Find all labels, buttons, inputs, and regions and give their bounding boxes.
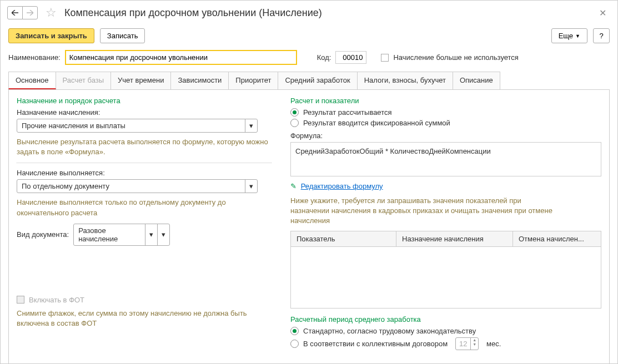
group-period: Расчетный период среднего заработка [290,315,601,323]
chevron-down-icon[interactable]: ▾ [245,119,257,132]
tab-priority[interactable]: Приоритет [228,72,278,89]
code-label: Код: [317,53,331,62]
formula-label: Формула: [290,132,601,140]
radio-calculated[interactable] [290,108,299,117]
name-input[interactable] [65,50,297,65]
th-cancel: Отмена начислен... [513,231,601,246]
name-row: Наименование: Код: Начисление больше не … [1,47,617,68]
left-column: Назначение и порядок расчета Назначение … [17,97,272,352]
spin-up-icon: ▲ [471,338,478,342]
group-purpose: Назначение и порядок расчета [17,97,272,105]
doc-label: Вид документа: [17,230,69,239]
right-column: Расчет и показатели Результат рассчитыва… [290,97,601,352]
tab-deps[interactable]: Зависимости [170,72,229,89]
indicators-hint: Ниже укажите, требуется ли запрашивать з… [290,196,557,226]
radio-collective-label: В соответствии с коллективным договором [303,340,448,348]
back-button[interactable] [7,6,23,19]
indicators-table: Показатель Назначение начисления Отмена … [290,231,601,309]
chevron-down-icon[interactable]: ▾ [245,180,257,193]
edit-formula-link[interactable]: Редактировать формулу [301,182,383,190]
help-button[interactable]: ? [593,28,610,43]
tab-base[interactable]: Расчет базы [56,72,112,89]
toolbar: Записать и закрыть Записать Еще ▼ ? [1,25,617,47]
close-icon[interactable]: ✕ [595,6,611,21]
divider [17,163,272,163]
doc-select[interactable]: Разовое начисление ▾ ▾ [73,224,170,246]
radio-calc-label: Результат рассчитывается [303,108,392,117]
purpose-hint: Вычисление результата расчета выполняетс… [17,137,272,157]
tab-main[interactable]: Основное [8,72,56,89]
group-calc: Расчет и показатели [290,97,601,105]
more-button[interactable]: Еще ▼ [551,28,587,43]
radio-collective[interactable] [290,340,299,348]
tab-time[interactable]: Учет времени [110,72,171,89]
radio-fixed[interactable] [290,119,299,127]
purpose-label: Назначение начисления: [17,108,272,117]
clear-icon[interactable]: ▾ [157,224,169,245]
th-indicator: Показатель [291,231,396,246]
months-spinner: 12 ▲ ▼ [455,337,479,350]
tab-body: Назначение и порядок расчета Назначение … [8,90,610,364]
spin-down-icon: ▼ [471,342,478,347]
chevron-down-icon: ▼ [575,33,580,39]
window: ☆ Компенсация при досрочном увольнении (… [0,0,618,364]
write-close-button[interactable]: Записать и закрыть [8,28,94,43]
formula-box: СреднийЗаработокОбщий * КоличествоДнейКо… [290,142,601,176]
forward-button[interactable] [22,6,38,19]
fot-checkbox [17,296,24,304]
radio-standard-label: Стандартно, согласно трудовому законодат… [303,327,476,335]
purpose-select[interactable]: Прочие начисления и выплаты ▾ [17,119,258,133]
titlebar: ☆ Компенсация при досрочном увольнении (… [1,1,617,25]
radio-standard[interactable] [290,327,299,335]
exec-label: Начисление выполняется: [17,169,272,177]
th-assign: Назначение начисления [396,231,513,246]
not-used-label: Начисление больше не используется [393,53,518,62]
exec-select[interactable]: По отдельному документу ▾ [17,179,258,193]
favorite-icon[interactable]: ☆ [46,6,57,20]
not-used-checkbox[interactable] [381,54,389,62]
tab-tax[interactable]: Налоги, взносы, бухучет [357,72,453,89]
tab-avg[interactable]: Средний заработок [278,72,357,89]
code-input[interactable] [335,51,366,64]
fot-label: Включать в ФОТ [29,296,84,304]
months-unit: мес. [486,340,501,348]
fot-hint: Снимите флажок, если сумма по этому начи… [17,309,272,328]
write-button[interactable]: Записать [100,28,145,43]
exec-hint: Начисление выполняется только по отдельн… [17,198,272,218]
chevron-down-icon[interactable]: ▾ [145,224,157,245]
radio-fixed-label: Результат вводится фиксированной суммой [303,119,450,127]
name-label: Наименование: [8,53,61,62]
page-title: Компенсация при досрочном увольнении (На… [64,7,595,19]
pencil-icon: ✎ [290,182,297,190]
tab-desc[interactable]: Описание [453,72,500,89]
tabs: Основное Расчет базы Учет времени Зависи… [8,72,610,90]
